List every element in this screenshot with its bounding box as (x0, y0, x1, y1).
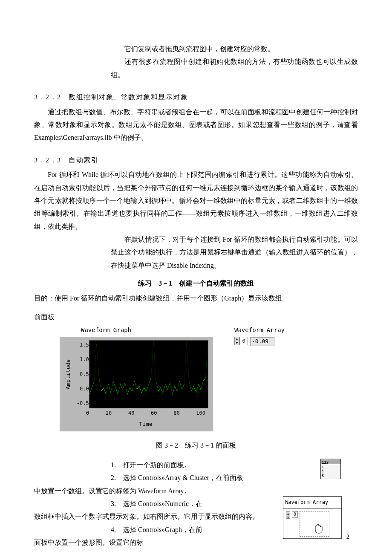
icon-header: 123 (321, 459, 340, 464)
step-3a: 3.选择 Controls»Numeric，在 (111, 497, 281, 510)
graph-xticks: 0 20 40 60 80 100 (86, 408, 205, 418)
array-title: Waveform Array (234, 324, 285, 336)
steps-block: 123 ijk 1.打开一个新的前面板。 2.选择 Controls»Array… (34, 459, 358, 549)
section-323-title: 3．2．3 自动索引 (34, 154, 358, 167)
exercise-objective: 目的：使用 For 循环的自动索引功能创建数组，并用一个图形（Graph）显示该… (34, 292, 358, 305)
mini-waveform-array-panel: Waveform Array ▲▼ 0 (283, 496, 342, 539)
figure-row: Waveform Graph Amplitude 1.5 1.0 0.5 0.0… (60, 324, 358, 431)
intro-line1: 它们复制或者拖曳到流程图中，创建对应的常数。 (111, 43, 358, 55)
mini-drop-area[interactable] (300, 511, 329, 537)
section-322-title: 3．2．2 数组控制对象、常数对象和显示对象 (34, 91, 358, 104)
step-2b: 中放置一个数组。设置它的标签为 Waveform Array。 (34, 485, 358, 497)
front-panel-label: 前面板 (34, 311, 358, 324)
waveform-array-panel: Waveform Array ▲▼ 0 -0.09 (234, 324, 285, 346)
waveform-graph-panel: Waveform Graph Amplitude 1.5 1.0 0.5 0.0… (60, 324, 213, 431)
figure-caption: 图 3－2 练习 3－1 的面板 (34, 439, 358, 452)
mini-index[interactable]: 0 (292, 511, 298, 518)
index-spinner[interactable]: ▲▼ (234, 337, 239, 345)
step-2a: 2.选择 Controls»Array & Cluster，在前面板 (111, 471, 349, 484)
array-value: -0.09 (250, 337, 274, 346)
array-cluster-icon: 123 ijk (320, 459, 341, 479)
page-number: 2 (346, 532, 349, 543)
section-323-para2: 在默认情况下，对于每个连接到 For 循环的数组都会执行自动索引功能。可以禁止这… (111, 233, 358, 272)
graph-xlabel: Time (86, 419, 205, 430)
array-index[interactable]: 0 (239, 337, 248, 345)
mini-index-spinner[interactable]: ▲▼ (286, 511, 290, 519)
graph-ylabel: Amplitude (63, 359, 74, 389)
intro-line2: 还有很多在流程图中创建和初始化数组的方法，有些功能函数也可以生成数组。 (111, 55, 358, 81)
graph-plot-area (89, 340, 208, 408)
section-322-para: 通过把数组与数值、布尔数、字符串或者簇组合在一起，可以在前面板和流程图中创建任何… (34, 106, 358, 145)
graph-title: Waveform Graph (81, 324, 213, 336)
graph-yticks: 1.5 1.0 0.5 0.0 -0.5 (75, 340, 89, 408)
step-1: 1.打开一个新的前面板。 (111, 459, 349, 471)
exercise-title: 练习 3－1 创建一个自动索引的数组 (34, 277, 358, 290)
step-4b: 面板中放置一个波形图。设置它的标 (34, 536, 281, 549)
step-3b: 数组框中插入一个数字式显示对象。如右图所示。它用于显示数组的内容。 (34, 510, 281, 523)
step-4a: 4.选择 Controls»Graph，在前 (111, 523, 281, 536)
mini-panel-title: Waveform Array (283, 497, 341, 509)
hand-cursor-icon (314, 524, 326, 534)
section-323-para1: For 循环和 While 循环可以自动地在数组的上下限范围内编索引和进行累计。… (34, 168, 358, 233)
